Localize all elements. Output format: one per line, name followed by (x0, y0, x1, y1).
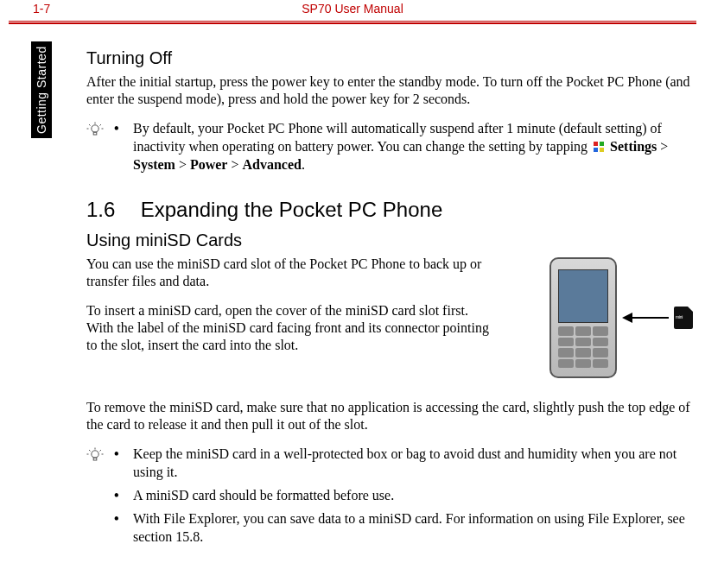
bullet-icon: • (114, 120, 133, 174)
svg-point-11 (92, 451, 98, 458)
sep: > (175, 157, 190, 172)
minisd-row: You can use the miniSD card slot of the … (86, 256, 693, 378)
page: 1-7 SP70 User Manual Getting Started Tur… (0, 0, 705, 588)
insert-arrow-icon (622, 313, 669, 323)
paragraph-minisd-2: To insert a miniSD card, open the cover … (86, 302, 494, 354)
bold-system: System (133, 157, 175, 172)
phone-body-icon (549, 257, 617, 378)
paragraph-minisd-1: You can use the miniSD card slot of the … (86, 256, 494, 290)
section-title: Expanding the Pocket PC Phone (141, 198, 443, 221)
manual-title: SP70 User Manual (302, 0, 403, 16)
page-header: 1-7 SP70 User Manual (0, 0, 705, 19)
bullet-icon: • (114, 510, 133, 547)
bold-settings: Settings (610, 139, 657, 154)
tip1-pre: By default, your Pocket PC Phone will au… (133, 121, 662, 154)
minisd-card-icon (674, 307, 693, 329)
phone-screen-icon (558, 269, 608, 323)
tip-item: • Keep the miniSD card in a well-protect… (114, 446, 693, 482)
bullet-icon: • (114, 446, 133, 482)
tip-item: • With File Explorer, you can save data … (114, 510, 693, 547)
lightbulb-icon (86, 122, 104, 139)
svg-rect-12 (93, 458, 97, 460)
tip-list-2: • Keep the miniSD card in a well-protect… (114, 446, 693, 551)
tip-text: Keep the miniSD card in a well-protected… (133, 446, 693, 482)
paragraph-minisd-3: To remove the miniSD card, make sure tha… (86, 399, 693, 433)
phone-illustration (511, 257, 693, 378)
tip-text: By default, your Pocket PC Phone will au… (133, 120, 693, 174)
sep: > (657, 139, 668, 154)
svg-line-15 (100, 450, 102, 452)
svg-line-4 (100, 124, 102, 126)
svg-rect-9 (594, 148, 598, 152)
bullet-icon: • (114, 487, 133, 505)
svg-point-0 (92, 125, 98, 132)
heading-turning-off: Turning Off (86, 48, 693, 68)
phone-keypad-icon (558, 326, 608, 368)
svg-rect-1 (93, 132, 97, 135)
tip-block-2: • Keep the miniSD card in a well-protect… (86, 446, 693, 551)
tip-list-1: • By default, your Pocket PC Phone will … (114, 120, 693, 179)
svg-line-14 (89, 450, 91, 452)
section-tab: Getting Started (31, 41, 52, 138)
page-number: 1-7 (33, 0, 50, 16)
heading-minisd: Using miniSD Cards (86, 231, 693, 250)
header-rule-thin (9, 21, 696, 22)
tip-item: • By default, your Pocket PC Phone will … (114, 120, 693, 174)
minisd-text-column: You can use the miniSD card slot of the … (86, 256, 494, 366)
svg-line-3 (89, 124, 91, 126)
bold-power: Power (190, 157, 228, 172)
sep: > (227, 157, 242, 172)
section-number: 1.6 (86, 198, 135, 222)
tip-block-1: • By default, your Pocket PC Phone will … (86, 120, 693, 179)
lightbulb-icon (86, 447, 104, 465)
bold-advanced: Advanced (242, 157, 301, 172)
tip-text: A miniSD card should be formatted before… (133, 487, 693, 505)
svg-rect-7 (594, 142, 598, 146)
tip-item: • A miniSD card should be formatted befo… (114, 487, 693, 505)
tip-text: With File Explorer, you can save data to… (133, 510, 693, 547)
heading-section-1-6: 1.6 Expanding the Pocket PC Phone (86, 198, 693, 222)
tip1-post: . (302, 157, 305, 172)
windows-logo-icon (593, 140, 605, 152)
content-area: Turning Off After the initial startup, p… (86, 24, 693, 551)
paragraph-turning-off: After the initial startup, press the pow… (86, 73, 693, 108)
svg-rect-10 (600, 148, 604, 152)
svg-rect-8 (600, 142, 604, 146)
